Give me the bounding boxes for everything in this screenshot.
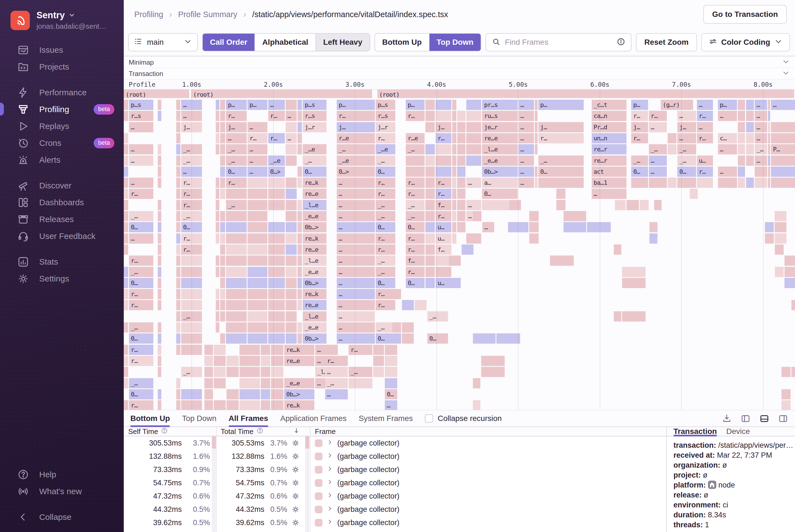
- flame-frame-sliver[interactable]: [791, 367, 795, 377]
- flame-frame-sliver[interactable]: [220, 177, 225, 188]
- flame-frame-sliver[interactable]: [775, 211, 787, 221]
- flame-frame-sliver[interactable]: [158, 100, 161, 110]
- flame-frame-sliver[interactable]: [509, 200, 521, 210]
- flame-frame-sliver[interactable]: [718, 177, 737, 188]
- flame-frame-sliver[interactable]: [436, 144, 452, 154]
- flame-frame-sliver[interactable]: [457, 177, 466, 188]
- flame-frame[interactable]: …: [755, 122, 767, 132]
- flame-frame-sliver[interactable]: [425, 244, 435, 255]
- flame-frame-sliver[interactable]: [615, 200, 626, 210]
- flame-frame-sliver[interactable]: [298, 233, 302, 244]
- flame-frame-sliver[interactable]: [385, 378, 397, 388]
- breadcrumb-item[interactable]: Profile Summary: [178, 10, 237, 19]
- flame-frame-sliver[interactable]: [738, 100, 745, 110]
- flame-frame[interactable]: …: [129, 122, 153, 132]
- flame-frame-sliver[interactable]: [216, 100, 219, 110]
- flame-frame-sliver[interactable]: [466, 155, 481, 166]
- flamegraph[interactable]: (root)(root)(root)p…s…p…p……p…sp…p…sp…pr……: [124, 90, 795, 410]
- flame-frame-sliver[interactable]: [220, 167, 225, 177]
- flame-frame-sliver[interactable]: [775, 244, 784, 255]
- flame-frame[interactable]: _…: [427, 311, 448, 322]
- flame-frame-sliver[interactable]: [622, 311, 646, 322]
- flame-frame-sliver[interactable]: [214, 378, 226, 388]
- flame-frame[interactable]: …: [592, 189, 626, 199]
- flame-frame-sliver[interactable]: [402, 334, 414, 344]
- details-tab-transaction[interactable]: Transaction: [674, 427, 717, 436]
- flame-frame[interactable]: _…e: [376, 144, 395, 154]
- flame-frame[interactable]: …: [755, 100, 767, 110]
- flame-frame[interactable]: re…k: [303, 177, 326, 188]
- flame-frame[interactable]: 0…: [427, 334, 448, 344]
- flame-frame-sliver[interactable]: [457, 189, 466, 199]
- flame-frame-sliver[interactable]: [204, 356, 213, 366]
- flame-frame-sliver[interactable]: [268, 222, 285, 232]
- flame-frame-sliver[interactable]: [771, 122, 795, 132]
- flame-frame-sliver[interactable]: [746, 133, 754, 144]
- flame-frame[interactable]: c…: [718, 133, 737, 144]
- flame-frame-sliver[interactable]: [176, 244, 180, 255]
- flame-frame[interactable]: _…: [376, 255, 395, 266]
- flame-frame-sliver[interactable]: [738, 177, 745, 188]
- flame-frame[interactable]: …: [129, 177, 153, 188]
- flame-frame[interactable]: r…: [436, 177, 452, 188]
- flame-frame-sliver[interactable]: [124, 278, 128, 288]
- flame-frame-sliver[interactable]: [204, 367, 213, 377]
- flame-frame[interactable]: …: [325, 367, 348, 377]
- sidebar-item-crons[interactable]: Cronsbeta: [0, 134, 124, 151]
- flame-frame[interactable]: _…: [538, 155, 584, 166]
- flame-frame-sliver[interactable]: [220, 111, 225, 121]
- flame-frame[interactable]: re…r: [592, 155, 626, 166]
- flame-frame-sliver[interactable]: [406, 155, 424, 166]
- flame-frame-sliver[interactable]: [220, 300, 225, 310]
- segment-top-down[interactable]: Top Down: [430, 34, 481, 51]
- flame-frame[interactable]: r…: [406, 244, 424, 255]
- flame-frame-sliver[interactable]: [158, 267, 161, 277]
- chevron-right-icon[interactable]: [326, 505, 334, 514]
- flame-frame-sliver[interactable]: [216, 233, 219, 244]
- flame-frame[interactable]: r…: [406, 267, 424, 277]
- tab-bottom-up[interactable]: Bottom Up: [130, 410, 170, 426]
- flame-frame[interactable]: …: [129, 155, 153, 166]
- flame-frame-sliver[interactable]: [216, 300, 219, 310]
- flame-frame[interactable]: 0b…>: [482, 167, 517, 177]
- flame-frame-sliver[interactable]: [226, 233, 247, 244]
- flame-frame-sliver[interactable]: [452, 222, 456, 232]
- flame-frame-sliver[interactable]: [452, 211, 456, 221]
- flame-frame[interactable]: …: [247, 122, 267, 132]
- sidebar-item-user-feedback[interactable]: User Feedback: [0, 228, 124, 244]
- flame-frame[interactable]: …: [286, 111, 297, 121]
- flame-frame-sliver[interactable]: [268, 267, 285, 277]
- flame-frame-sliver[interactable]: [298, 244, 302, 255]
- flame-frame[interactable]: r…: [436, 211, 452, 221]
- flame-frame-sliver[interactable]: [746, 122, 754, 132]
- flame-frame-sliver[interactable]: [268, 233, 285, 244]
- sort-direction-icon[interactable]: [293, 427, 300, 436]
- flame-frame-sliver[interactable]: [247, 177, 267, 188]
- flame-frame-sliver[interactable]: [550, 255, 574, 266]
- flame-frame-sliver[interactable]: [649, 233, 658, 244]
- flame-frame-sliver[interactable]: [124, 233, 128, 244]
- flame-frame-sliver[interactable]: [765, 233, 774, 244]
- flame-frame-sliver[interactable]: [746, 177, 754, 188]
- sidebar-item-discover[interactable]: Discover: [0, 177, 124, 194]
- flame-frame[interactable]: …: [337, 222, 375, 232]
- flame-frame[interactable]: r…: [268, 111, 285, 121]
- flame-frame[interactable]: r…: [226, 177, 247, 188]
- flame-frame[interactable]: (root): [191, 90, 372, 98]
- flame-frame[interactable]: r…: [376, 177, 395, 188]
- flame-frame-sliver[interactable]: [402, 300, 414, 310]
- flame-frame-sliver[interactable]: [768, 177, 770, 188]
- frame-settings-gear-icon[interactable]: [291, 439, 300, 450]
- flame-frame[interactable]: p…: [226, 100, 247, 110]
- flame-frame[interactable]: …: [247, 167, 267, 177]
- flame-frame-sliver[interactable]: [176, 345, 180, 355]
- flame-frame-sliver[interactable]: [220, 311, 225, 322]
- flame-frame[interactable]: _…: [129, 211, 153, 221]
- chevron-right-icon[interactable]: [326, 465, 334, 474]
- flame-frame-sliver[interactable]: [286, 189, 297, 199]
- flame-frame[interactable]: _…: [649, 144, 667, 154]
- flame-frame-sliver[interactable]: [220, 133, 225, 144]
- flame-frame-sliver[interactable]: [564, 222, 586, 232]
- flame-frame[interactable]: re…k: [303, 289, 326, 299]
- flame-frame[interactable]: j…: [337, 122, 375, 132]
